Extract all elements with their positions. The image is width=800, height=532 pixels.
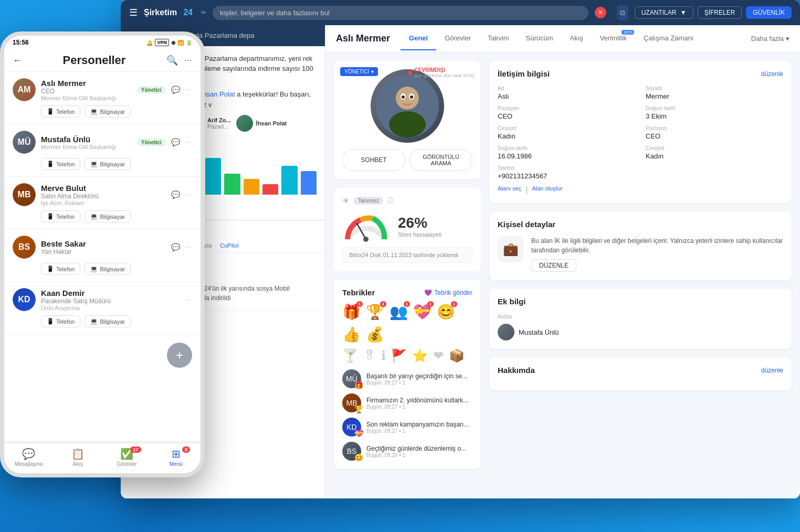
tebrik-icon[interactable]: 🏆 2: [366, 303, 384, 321]
bar-item: [244, 179, 259, 195]
field-group: Telefon +902131234567: [498, 165, 783, 180]
duzenle-button[interactable]: DÜZENLE: [531, 259, 576, 272]
list-item[interactable]: BS Beste Sakar Yan Haklar 💬 ··· 📱 Telefo…: [4, 229, 201, 282]
alan-sec-button[interactable]: Alanı seç: [498, 185, 521, 195]
uzantilar-button[interactable]: UZANTILAR ▼: [635, 6, 693, 19]
tab-gorevler[interactable]: Görevler: [436, 27, 479, 50]
telefon-button[interactable]: 📱 Telefon: [41, 210, 80, 222]
company-num: 24: [183, 8, 193, 17]
edit-icon[interactable]: ✏: [201, 9, 206, 16]
message-icon[interactable]: 💬: [171, 190, 180, 199]
person-actions: 📱 Telefon 💻 Bilgisayar: [41, 263, 192, 275]
bilgisayar-button[interactable]: 💻 Bilgisayar: [85, 263, 131, 275]
person-actions: 📱 Telefon 💻 Bilgisayar: [41, 158, 192, 170]
field-value: Mermer: [646, 92, 783, 100]
battery-icon: 🔋: [186, 40, 192, 46]
tebrik-icon[interactable]: 💝 1: [413, 303, 431, 321]
goruntulu-arama-button[interactable]: GÖRÜNTÜLÜ ARAMA: [409, 149, 472, 171]
tab-calismazamani[interactable]: Çalışma Zamanı: [635, 27, 702, 50]
tebrikler-header: Tebrikler 💜 Tebrik gönder: [342, 288, 472, 297]
sifreler-button[interactable]: ŞİFRELER: [698, 6, 742, 19]
vpn-label: VPN: [155, 39, 169, 46]
profile-right: İletişim bilgisi düzenle Ad Aslı Soyadı …: [489, 61, 792, 490]
add-person-button[interactable]: +: [167, 343, 192, 368]
field-value: Kadın: [498, 132, 635, 140]
message-icon[interactable]: 💬: [171, 138, 180, 146]
tebrik-icon[interactable]: 💰: [366, 326, 384, 343]
feed-icon: 📋: [71, 448, 85, 460]
more-options-icon[interactable]: ···: [185, 242, 192, 252]
tab-akis[interactable]: Akış: [562, 27, 592, 50]
nav-gorevler[interactable]: 17 ✅ Görevler: [102, 448, 152, 467]
sohbet-button[interactable]: SOHBET: [342, 149, 405, 171]
search-bar[interactable]: kişiler, belgeler ve daha fazlasını bul: [213, 6, 588, 20]
tebrik-gonder-button[interactable]: 💜 Tebrik gönder: [424, 289, 472, 296]
fab-container: +: [4, 334, 201, 376]
hamburger-icon[interactable]: ☰: [129, 7, 138, 18]
card-header: Ek bilgi: [498, 297, 783, 306]
tab-surucu[interactable]: Sürücüm: [517, 27, 561, 50]
dropdown-icon[interactable]: ▾: [371, 69, 374, 75]
bilgisayar-button[interactable]: 💻 Bilgisayar: [85, 315, 131, 327]
field-label: Doğum tarihi: [498, 145, 635, 151]
duzenle-link[interactable]: düzenle: [761, 70, 783, 78]
guvenlik-button[interactable]: GÜVENLİK: [746, 6, 792, 19]
person-role: Pazarl...: [207, 123, 231, 130]
field-value: 3 Ekim: [646, 112, 783, 120]
eye-icon: 👁: [342, 197, 350, 205]
daha-fazla-button[interactable]: Daha fazla ▾: [751, 35, 790, 42]
person-name: Aslı Mermer: [41, 79, 132, 88]
sidebar-toggle[interactable]: ⧉: [617, 5, 628, 20]
verimlilik-badge: 100%: [622, 30, 634, 35]
profile-left: YÖNETİCİ ▾ ÇEVRİMDIŞI son görünme dün sa…: [334, 61, 481, 490]
tab-takvim[interactable]: Takvim: [479, 27, 517, 50]
hakkinda-duzenle-link[interactable]: düzenle: [761, 367, 783, 374]
tab-verimlilik[interactable]: 100% Verimlilik: [592, 27, 635, 50]
nav-akis[interactable]: 📋 Akış: [54, 448, 103, 467]
more-options-icon[interactable]: ···: [185, 85, 192, 94]
more-options-icon[interactable]: ···: [185, 137, 192, 147]
list-item[interactable]: MB Merve Bulut Satın Alma Direktörü İşe …: [4, 177, 201, 229]
astlar-name: Mustafa Ünlü: [519, 328, 559, 336]
nav-mesajlasma[interactable]: 💬 Mesajlaşma: [4, 448, 54, 467]
back-icon[interactable]: ←: [13, 55, 22, 66]
message-icon[interactable]: 💬: [171, 243, 180, 251]
tebrik-icon[interactable]: 👍: [342, 326, 361, 343]
contact-fields: Ad Aslı Soyadı Mermer Pozisyon CEO: [498, 86, 783, 195]
more-icon[interactable]: ···: [184, 55, 192, 66]
bilgisayar-button[interactable]: 💻 Bilgisayar: [85, 158, 131, 170]
telefon-button[interactable]: 📱 Telefon: [41, 105, 80, 118]
tebrik-text: Son reklam kampanyamızın başarı... Bugün…: [366, 421, 472, 434]
nav-menu[interactable]: 8 ⊞ Menü: [152, 448, 201, 467]
field-value: 16.09.1986: [498, 152, 635, 160]
search-placeholder: kişiler, belgeler ve daha fazlasını bul: [220, 9, 330, 17]
tebrik-feed: MÜ 🎁 Başarılı bir yarıyı geçirdiğin için…: [342, 369, 472, 461]
person-actions: 📱 Telefon 💻 Bilgisayar: [41, 210, 192, 222]
telefon-button[interactable]: 📱 Telefon: [41, 158, 80, 170]
telefon-button[interactable]: 📱 Telefon: [41, 315, 80, 327]
phone-header-icons: 🔍 ···: [166, 55, 192, 66]
list-item[interactable]: AM Aslı Mermer CEO Mermer Klima GM Başka…: [4, 72, 201, 124]
bilgisayar-button[interactable]: 💻 Bilgisayar: [85, 105, 131, 118]
more-options-icon[interactable]: ···: [185, 295, 192, 304]
menu-badge: 8: [182, 446, 190, 453]
bilgisayar-button[interactable]: 💻 Bilgisayar: [85, 210, 131, 222]
list-item[interactable]: KD Kaan Demir Parakende Satış Müdürü Ürü…: [4, 282, 201, 334]
close-button[interactable]: ✕: [595, 7, 606, 18]
person-info: Mustafa Ünlü Mermer Klima GM Başkanlığı: [41, 135, 132, 150]
bluetooth-icon: ⊛: [171, 40, 175, 46]
copilot-button[interactable]: CoPilot: [220, 242, 238, 249]
tebrikler-title: Tebrikler: [342, 288, 375, 297]
tebrik-icon[interactable]: 👥 1: [390, 303, 408, 321]
list-item[interactable]: MÜ Mustafa Ünlü Mermer Klima GM Başkanlı…: [4, 124, 201, 177]
message-icon[interactable]: 💬: [171, 86, 180, 94]
tebrik-icon[interactable]: 🎁 1: [342, 303, 361, 321]
person-name: Beste Sakar: [41, 239, 166, 248]
search-icon[interactable]: 🔍: [166, 55, 178, 66]
tebrik-icon[interactable]: 😊 1: [437, 303, 455, 321]
field-label: Cinsiyet: [646, 145, 783, 151]
telefon-button[interactable]: 📱 Telefon: [41, 263, 80, 275]
tab-genel[interactable]: Genel: [401, 27, 436, 50]
alan-olustur-button[interactable]: Alan oluştur: [532, 185, 562, 195]
more-options-icon[interactable]: ···: [185, 190, 192, 199]
